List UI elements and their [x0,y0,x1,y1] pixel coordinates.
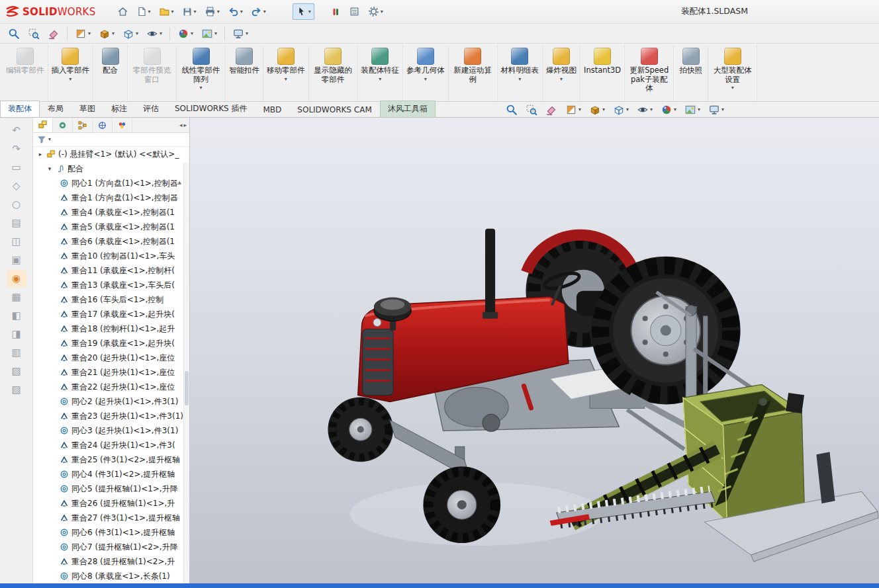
mate-tree-item[interactable]: 同心8 (承载座<1>,长条(1) [33,569,189,583]
ribbon-button[interactable]: 材料明细表 ▾ [498,45,543,101]
docked-toolbar-button[interactable]: ▥ [7,344,26,361]
mate-tree-item[interactable]: 重合25 (件3(1)<2>,提升枢轴 [33,452,189,467]
docked-toolbar-button[interactable]: ○ [7,196,26,213]
mate-tree-item[interactable]: 重合1 (方向盘(1)<1>,控制器 [33,190,189,205]
tab-scroll-right-icon[interactable]: ▸ [183,122,187,128]
dropdown-caret-icon[interactable]: ▾ [191,31,193,36]
displaymanager-tab[interactable] [113,118,132,132]
select-tool-button[interactable]: ▾ [293,3,314,20]
display-style-button[interactable]: ▾ [586,101,608,118]
ribbon-button[interactable]: 插入零部件 ▾ [48,45,94,101]
expand-arrow-icon[interactable]: ▸ [37,151,44,157]
mate-tree-item[interactable]: 同心2 (起升块(1)<1>,件3(1) [33,394,189,409]
previous-view-button[interactable] [542,101,561,118]
tab-scroll-left-icon[interactable]: ◂ [179,122,183,128]
dropdown-caret-icon[interactable]: ▾ [650,107,653,112]
mate-tree-item[interactable]: 重合10 (控制器(1)<1>,车头 [33,249,189,263]
dropdown-caret-icon[interactable]: ▾ [602,107,605,112]
ribbon-button[interactable]: Instant3D ▾ [580,45,625,101]
mate-tree-item[interactable]: 重合11 (承载座<1>,控制杆( [33,263,189,278]
dropdown-caret-icon[interactable]: ▾ [240,9,243,15]
dropdown-caret-icon[interactable]: ▾ [731,85,734,91]
mate-tree-item[interactable]: 重合27 (件3(1)<1>,提升枢轴 [33,511,189,525]
mate-tree-item[interactable]: 重合28 (提升枢轴(1)<2>,升 [33,554,189,569]
dropdown-caret-icon[interactable]: ▾ [171,9,174,15]
dropdown-caret-icon[interactable]: ▾ [48,137,51,142]
tree-scrollbar[interactable] [183,163,189,583]
dropdown-caret-icon[interactable]: ▾ [721,107,724,112]
dropdown-caret-icon[interactable]: ▾ [379,77,381,82]
mate-tree-item[interactable]: 同心3 (起升块(1)<1>,件3(1) [33,423,189,438]
dropdown-caret-icon[interactable]: ▾ [69,77,71,82]
open-document-button[interactable]: ▾ [156,3,177,20]
mate-tree-item[interactable]: 重合24 (起升块(1)<1>,件3( [33,438,189,452]
zoom-area-button[interactable] [24,25,43,42]
ribbon-button[interactable]: 线性零部件阵列 ▾ [177,45,226,101]
dropdown-caret-icon[interactable]: ▾ [194,9,197,15]
dropdown-caret-icon[interactable]: ▾ [199,85,202,91]
dropdown-caret-icon[interactable]: ▾ [560,77,563,82]
featuremanager-tab[interactable] [33,118,53,132]
docked-toolbar-button[interactable]: ↶ [7,122,26,139]
zoom-area-button[interactable] [522,101,541,118]
tree-root-component[interactable]: ▸ (-) 悬挂臂<1> (默认) <<默认>_ [33,147,189,161]
docked-toolbar-button[interactable]: ◇ [7,177,26,194]
dropdown-caret-icon[interactable]: ▾ [424,77,427,82]
performance-monitor-button[interactable] [327,4,344,20]
zoom-fit-button[interactable] [502,101,521,118]
dropdown-caret-icon[interactable]: ▾ [88,31,91,36]
dropdown-caret-icon[interactable]: ▾ [626,107,629,112]
ribbon-button[interactable]: 参考几何体 ▾ [403,45,449,101]
hide-show-items-button[interactable]: ▾ [633,101,656,118]
filter-funnel-icon[interactable] [37,135,46,144]
mate-tree-item[interactable]: 重合23 (起升块(1)<1>,件3(1) [33,409,189,423]
mate-tree-item[interactable]: 同心5 (提升枢轴(1)<1>,升降 [33,482,189,496]
print-button[interactable]: ▾ [201,3,223,20]
command-tab[interactable]: MBD [255,103,289,117]
mates-folder[interactable]: ▾ 配合 [33,161,189,176]
dropdown-caret-icon[interactable]: ▾ [136,31,138,36]
mate-tree-item[interactable]: 重合4 (承载座<1>,控制器(1 [33,205,189,220]
apply-scene-button[interactable]: ▾ [681,101,704,118]
undo-button[interactable]: ▾ [224,3,246,20]
viewport-3d-scene[interactable] [190,118,879,583]
rear-wheel-near[interactable] [591,257,741,405]
ribbon-button[interactable]: 新建运动算例 ▾ [449,45,498,101]
command-tab[interactable]: 标注 [103,101,135,117]
ribbon-button[interactable]: 显示隐藏的零部件 ▾ [309,45,358,101]
mate-tree-item[interactable]: 重合22 (起升块(1)<1>,座位 [33,380,189,394]
dropdown-caret-icon[interactable]: ▾ [246,31,248,36]
ribbon-button[interactable]: 拍快照 ▾ [674,45,708,101]
dropdown-caret-icon[interactable]: ▾ [285,77,287,82]
docked-toolbar-button[interactable]: ▭ [7,159,26,176]
command-tab[interactable]: 草图 [71,101,103,117]
dropdown-caret-icon[interactable]: ▾ [381,9,383,15]
section-view-button[interactable]: ▾ [562,101,584,118]
front-wheel-far[interactable] [328,397,393,462]
docked-toolbar-button[interactable]: ◉ [7,270,26,287]
mate-tree-item[interactable]: 同心1 (方向盘(1)<1>,控制器 [33,176,189,190]
view-orientation-button[interactable]: ▾ [119,25,142,42]
configurationmanager-tab[interactable] [73,118,93,132]
dropdown-caret-icon[interactable]: ▾ [674,107,676,112]
dropdown-caret-icon[interactable]: ▾ [698,107,700,112]
section-view-button[interactable]: ▾ [71,25,94,42]
mate-tree-item[interactable]: 重合16 (车头后<1>,控制 [33,292,189,307]
command-tab[interactable]: SOLIDWORKS 插件 [167,101,255,117]
redo-button[interactable]: ▾ [248,3,269,20]
dropdown-caret-icon[interactable]: ▾ [217,9,220,15]
previous-view-button[interactable] [44,25,63,42]
dropdown-caret-icon[interactable]: ▾ [148,9,151,15]
mate-tree-item[interactable]: 重合13 (承载座<1>,车头后( [33,278,189,292]
mate-tree-item[interactable]: 重合18 (控制杆(1)<1>,起升 [33,321,189,336]
front-wheel-near[interactable] [423,466,500,543]
ribbon-button[interactable]: 大型装配体设置 ▾ [708,45,757,101]
docked-toolbar-button[interactable]: ▦ [7,288,26,306]
mate-tree-item[interactable]: 重合26 (提升枢轴(1)<1>,升 [33,496,189,511]
mate-tree-item[interactable]: 同心4 (件3(1)<2>,提升枢轴 [33,467,189,482]
new-document-button[interactable]: ▾ [133,3,154,20]
mate-tree-item[interactable]: 重合19 (承载座<1>,起升块( [33,336,189,351]
docked-toolbar-button[interactable]: ▣ [7,251,26,269]
docked-toolbar-button[interactable]: ▧ [7,362,26,380]
ribbon-button[interactable]: 更新Speedpak子装配体 ▾ [625,45,674,101]
